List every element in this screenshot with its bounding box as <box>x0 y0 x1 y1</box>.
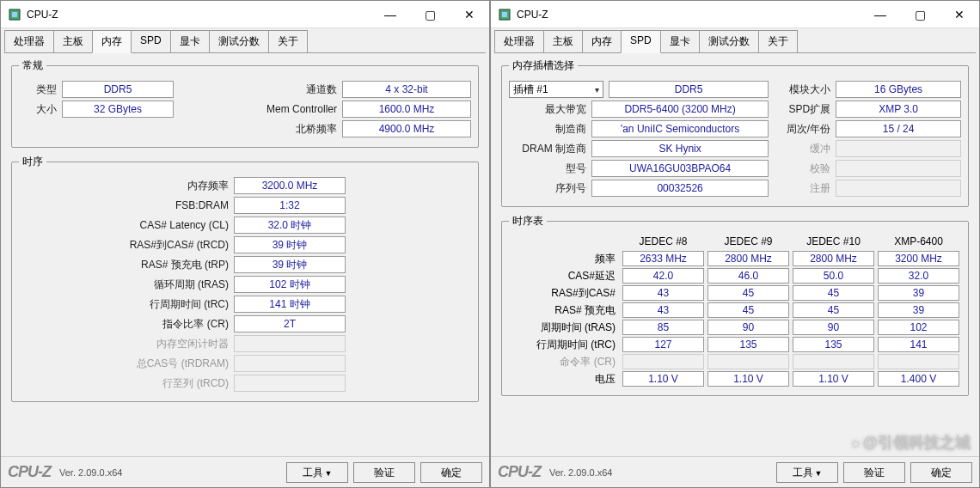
mfr-value: 'an UniIC Semiconductors <box>591 120 769 137</box>
channels-label: 通道数 <box>248 82 342 97</box>
ok-button[interactable]: 确定 <box>420 462 482 483</box>
tt-cas-3: 32.0 <box>878 268 959 284</box>
cl-label: CAS# Latency (CL) <box>19 219 234 231</box>
timing-legend: 时序 <box>19 155 46 169</box>
type-value: DDR5 <box>62 81 174 98</box>
chevron-down-icon: ▼ <box>815 469 823 478</box>
tt-trp-3: 39 <box>878 302 959 318</box>
maximize-button[interactable]: ▢ <box>900 1 940 28</box>
validate-button[interactable]: 验证 <box>353 462 415 483</box>
tt-volt-2: 1.10 V <box>793 371 874 387</box>
logo: CPU-Z <box>498 463 541 481</box>
col-jedec10: JEDEC #10 <box>791 234 876 249</box>
tab-bench[interactable]: 测试分数 <box>209 30 269 52</box>
tab-mainboard[interactable]: 主板 <box>53 30 93 52</box>
close-button[interactable]: ✕ <box>940 1 979 28</box>
tab-memory[interactable]: 内存 <box>92 30 132 53</box>
tras-label: 循环周期 (tRAS) <box>19 278 234 292</box>
tt-cas-2: 50.0 <box>793 268 874 284</box>
trc-label: 行周期时间 (tRC) <box>19 297 234 312</box>
tab-spd[interactable]: SPD <box>131 30 171 52</box>
trcd-value: 39 时钟 <box>234 236 346 253</box>
general-group: 常规 类型DDR5 大小32 GBytes 通道数4 x 32-bit Mem … <box>11 58 479 148</box>
tab-about[interactable]: 关于 <box>268 30 308 52</box>
titlebar[interactable]: CPU-Z — ▢ ✕ <box>491 1 979 28</box>
tcas-label: 总CAS号 (tRDRAM) <box>19 357 234 371</box>
freq-value: 3200.0 MHz <box>234 177 346 194</box>
drammfr-label: DRAM 制造商 <box>509 142 591 156</box>
tt-tras-label: 周期时间 (tRAS) <box>509 320 621 335</box>
tab-cpu[interactable]: 处理器 <box>4 30 54 52</box>
cpuz-window-memory: CPU-Z — ▢ ✕ 处理器 主板 内存 SPD 显卡 测试分数 关于 常规 … <box>0 0 490 488</box>
tools-button[interactable]: 工具▼ <box>776 462 838 483</box>
tt-volt-0: 1.10 V <box>622 371 704 387</box>
tt-tras-0: 85 <box>622 320 704 335</box>
tt-trc-label: 行周期时间 (tRC) <box>509 338 621 352</box>
idle-value <box>234 335 346 352</box>
tt-volt-3: 1.400 V <box>878 371 959 387</box>
tab-graphics[interactable]: 显卡 <box>660 30 700 52</box>
tab-memory[interactable]: 内存 <box>582 30 622 52</box>
col-xmp: XMP-6400 <box>876 234 961 249</box>
minimize-button[interactable]: — <box>861 1 900 28</box>
memctrl-value: 1600.0 MHz <box>342 101 471 118</box>
tab-content: 内存插槽选择 插槽 #1 DDR5 最大带宽DDR5-6400 (3200 MH… <box>494 52 976 456</box>
titlebar[interactable]: CPU-Z — ▢ ✕ <box>1 1 489 28</box>
tt-trcd-0: 43 <box>622 285 704 301</box>
svg-rect-3 <box>502 12 507 17</box>
tt-trp-label: RAS# 预充电 <box>509 303 621 318</box>
tt-cas-label: CAS#延迟 <box>509 269 621 284</box>
mfr-label: 制造商 <box>509 122 591 137</box>
tools-button[interactable]: 工具▼ <box>286 462 348 483</box>
tab-content: 常规 类型DDR5 大小32 GBytes 通道数4 x 32-bit Mem … <box>4 52 486 456</box>
spdext-label: SPD扩展 <box>775 102 836 117</box>
tt-tras-2: 90 <box>793 320 874 335</box>
tt-trp-0: 43 <box>622 302 704 318</box>
tab-bench[interactable]: 测试分数 <box>699 30 759 52</box>
tab-bar: 处理器 主板 内存 SPD 显卡 测试分数 关于 <box>1 28 489 52</box>
tras-value: 102 时钟 <box>234 276 346 293</box>
type-label: 类型 <box>19 82 62 97</box>
cr-value: 2T <box>234 315 346 332</box>
version: Ver. 2.09.0.x64 <box>56 467 281 478</box>
timing-table-group: 时序表 JEDEC #8 JEDEC #9 JEDEC #10 XMP-6400… <box>501 214 969 396</box>
logo: CPU-Z <box>8 463 51 481</box>
app-icon <box>498 8 511 21</box>
tt-trp-1: 45 <box>707 302 789 318</box>
cr-label: 指令比率 (CR) <box>19 317 234 332</box>
app-icon <box>8 8 21 21</box>
footer: CPU-Z Ver. 2.09.0.x64 工具▼ 验证 确定 <box>491 456 979 487</box>
sn-value: 00032526 <box>591 180 769 197</box>
tt-trcd-3: 39 <box>878 285 959 301</box>
close-button[interactable]: ✕ <box>450 1 489 28</box>
slot-dropdown[interactable]: 插槽 #1 <box>509 81 603 98</box>
tt-trc-1: 135 <box>707 337 789 352</box>
minimize-button[interactable]: — <box>371 1 410 28</box>
slot-type-value: DDR5 <box>609 81 769 98</box>
validate-button[interactable]: 验证 <box>843 462 905 483</box>
memctrl-label: Mem Controller <box>248 103 342 115</box>
tcas-value <box>234 355 346 372</box>
tab-spd[interactable]: SPD <box>621 30 661 53</box>
pn-label: 型号 <box>509 162 591 176</box>
freq-label: 内存频率 <box>19 179 234 193</box>
trc-value: 141 时钟 <box>234 296 346 313</box>
maximize-button[interactable]: ▢ <box>410 1 450 28</box>
slot-legend: 内存插槽选择 <box>509 58 578 73</box>
week-value: 15 / 24 <box>836 120 961 137</box>
tt-tras-3: 102 <box>878 320 959 335</box>
tt-freq-2: 2800 MHz <box>793 251 874 266</box>
tab-bar: 处理器 主板 内存 SPD 显卡 测试分数 关于 <box>491 28 979 52</box>
tt-trc-2: 135 <box>793 337 874 352</box>
chevron-down-icon: ▼ <box>325 469 333 478</box>
tab-about[interactable]: 关于 <box>758 30 798 52</box>
tab-mainboard[interactable]: 主板 <box>543 30 583 52</box>
tab-cpu[interactable]: 处理器 <box>494 30 544 52</box>
tab-graphics[interactable]: 显卡 <box>170 30 210 52</box>
tt-cr-3 <box>878 354 959 369</box>
tt-cr-1 <box>707 354 789 369</box>
week-label: 周次/年份 <box>775 122 836 137</box>
tt-freq-0: 2633 MHz <box>622 251 704 266</box>
ok-button[interactable]: 确定 <box>910 462 972 483</box>
reg-label: 注册 <box>775 181 836 196</box>
